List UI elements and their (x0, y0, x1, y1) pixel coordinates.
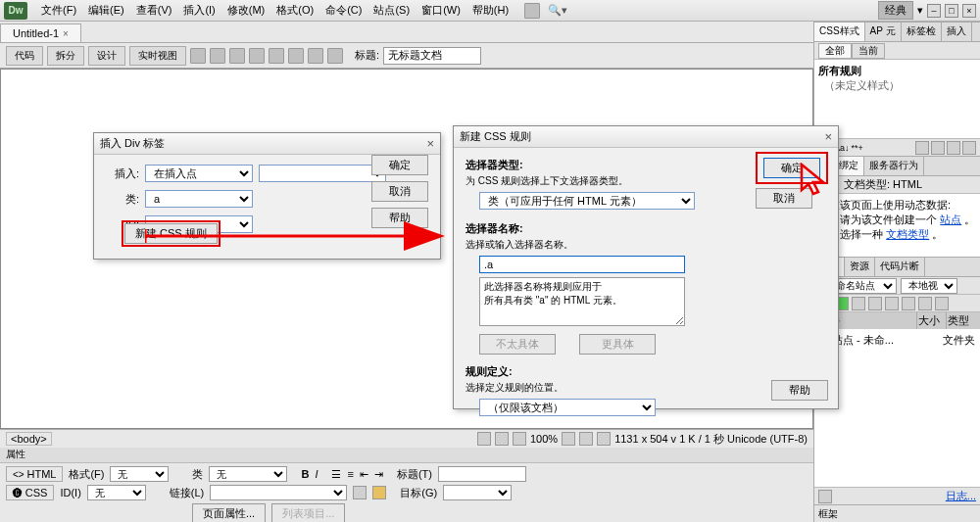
menu-file[interactable]: 文件(F) (35, 1, 82, 20)
menu-help[interactable]: 帮助(H) (466, 1, 514, 20)
checkout-icon[interactable] (885, 297, 899, 310)
menu-window[interactable]: 窗口(W) (416, 1, 466, 20)
toolbar-icon-8[interactable] (327, 48, 343, 64)
selector-type-select[interactable]: 类（可应用于任何 HTML 元素） (479, 192, 695, 210)
menu-insert[interactable]: 插入(I) (177, 1, 220, 20)
view-select[interactable]: 本地视图 (901, 278, 957, 294)
document-tab-untitled[interactable]: Untitled-1 × (0, 24, 81, 42)
site-row-name[interactable]: 站点 - 未命... (832, 333, 943, 348)
tab-assets[interactable]: 资源 (845, 258, 875, 276)
zoom-value[interactable]: 100% (530, 433, 558, 445)
new-css-help-button[interactable]: 帮助 (771, 380, 828, 401)
menu-site[interactable]: 站点(S) (368, 1, 416, 20)
close-icon[interactable]: × (962, 4, 976, 18)
insert-div-close-icon[interactable]: × (426, 136, 434, 151)
ol-icon[interactable]: ≡ (347, 468, 353, 480)
edit-icon[interactable] (947, 141, 960, 155)
indent-icon[interactable]: ⇥ (374, 468, 383, 481)
menu-format[interactable]: 格式(O) (270, 1, 319, 20)
new-rule-icon[interactable] (931, 141, 945, 155)
insert-target-select[interactable] (259, 165, 386, 182)
new-css-rule-close-icon[interactable]: × (824, 129, 832, 144)
checkin-icon[interactable] (902, 297, 915, 310)
browse-folder-icon[interactable] (372, 486, 386, 499)
site-link[interactable]: 站点 (940, 214, 961, 225)
toolbar-icon-6[interactable] (288, 48, 304, 64)
view-live-button[interactable]: 实时视图 (129, 46, 186, 66)
toolbar-icon-3[interactable] (229, 48, 245, 64)
bottom-zone: <body> 100% 1131 x 504 v 1 K / 1 秒 Unico… (0, 429, 813, 522)
toolbar-icon-5[interactable] (269, 48, 284, 64)
doctype-link[interactable]: 文档类型 (886, 228, 929, 240)
insert-div-cancel-button[interactable]: 取消 (371, 181, 428, 202)
properties-header[interactable]: 属性 (0, 448, 813, 463)
col-size[interactable]: 大小 (917, 312, 947, 329)
view-design-button[interactable]: 设计 (88, 46, 125, 66)
toolbar-icon-4[interactable] (249, 48, 265, 64)
menu-modify[interactable]: 修改(M) (221, 1, 271, 20)
new-css-rule-titlebar[interactable]: 新建 CSS 规则 × (454, 126, 838, 148)
insert-point-select[interactable]: 在插入点 (145, 165, 253, 182)
hand-tool-icon[interactable] (495, 432, 509, 446)
tab-server-behaviors[interactable]: 服务器行为 (864, 157, 924, 175)
menu-command[interactable]: 命令(C) (319, 1, 368, 20)
put-icon[interactable] (868, 297, 882, 310)
select-tool-icon[interactable] (477, 432, 491, 446)
id-select2[interactable]: 无 (87, 485, 146, 500)
target-select[interactable] (443, 485, 512, 500)
prop-mode-html[interactable]: <> HTML (6, 466, 63, 482)
view-split-button[interactable]: 拆分 (47, 46, 84, 66)
tab-close-icon[interactable]: × (63, 28, 69, 39)
zoom-tool-icon[interactable] (513, 432, 526, 446)
class-select[interactable]: a (145, 190, 253, 208)
menu-view[interactable]: 查看(V) (130, 1, 178, 20)
menu-edit[interactable]: 编辑(E) (82, 1, 130, 20)
insert-div-ok-button[interactable]: 确定 (371, 155, 428, 175)
title-label: 标题: (355, 48, 379, 63)
class-select2[interactable]: 无 (209, 466, 287, 482)
attach-icon[interactable] (915, 141, 929, 155)
workspace-dropdown-icon[interactable]: ▾ (917, 4, 923, 17)
tab-snippets[interactable]: 代码片断 (875, 258, 925, 276)
outdent-icon[interactable]: ⇤ (360, 468, 368, 481)
tab-ap-elements[interactable]: AP 元 (865, 23, 902, 41)
layout-icon[interactable] (524, 3, 540, 19)
sync-icon[interactable] (918, 297, 932, 310)
frame-panel[interactable]: 框架 (814, 504, 980, 522)
tab-tag-inspector[interactable]: 标签检 (902, 23, 942, 41)
page-properties-button[interactable]: 页面属性... (192, 503, 266, 522)
link-select[interactable] (210, 485, 347, 500)
ruler-icon[interactable] (562, 432, 575, 446)
search-icon[interactable]: 🔍▾ (548, 4, 567, 17)
format-select[interactable]: 无 (110, 466, 169, 482)
device-icon[interactable] (597, 432, 611, 446)
insert-div-titlebar[interactable]: 插入 Div 标签 × (94, 133, 440, 155)
bold-icon[interactable]: B (301, 468, 309, 480)
italic-icon[interactable]: I (315, 468, 318, 480)
title-input2[interactable] (438, 466, 526, 482)
ul-icon[interactable]: ☰ (331, 468, 341, 481)
css-all-button[interactable]: 全部 (818, 43, 852, 59)
title-input[interactable] (383, 47, 481, 65)
maximize-icon[interactable]: □ (945, 4, 958, 18)
toolbar-icon-1[interactable] (190, 48, 206, 64)
toolbar-icon-2[interactable] (210, 48, 225, 64)
delete-icon[interactable] (962, 141, 976, 155)
css-current-button[interactable]: 当前 (852, 43, 885, 59)
toolbar-icon-7[interactable] (308, 48, 323, 64)
tab-insert[interactable]: 插入 (942, 23, 972, 41)
tab-css-styles[interactable]: CSS样式 (814, 23, 865, 41)
rule-def-select[interactable]: （仅限该文档） (479, 399, 656, 416)
expand-icon[interactable] (935, 297, 949, 310)
selector-name-input[interactable] (479, 256, 685, 273)
workspace-classic[interactable]: 经典 (878, 1, 913, 20)
col-type[interactable]: 类型 (947, 312, 980, 329)
log-link[interactable]: 日志... (946, 489, 976, 503)
get-icon[interactable] (852, 297, 865, 310)
prop-mode-css[interactable]: 🅒 CSS (6, 485, 54, 500)
view-code-button[interactable]: 代码 (6, 46, 43, 66)
point-to-file-icon[interactable] (353, 486, 367, 499)
tag-selector[interactable]: <body> (6, 432, 52, 446)
guides-icon[interactable] (579, 432, 593, 446)
minimize-icon[interactable]: – (927, 4, 941, 18)
